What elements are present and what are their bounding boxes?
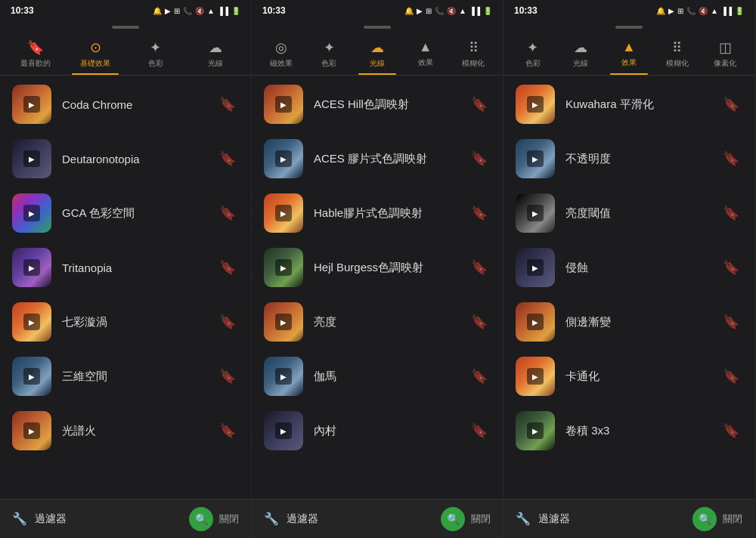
list-item[interactable]: ▶光譜火🔖 (0, 404, 251, 458)
close-button[interactable]: 關閉 (471, 512, 491, 526)
bookmark-icon[interactable]: 🔖 (468, 202, 491, 224)
play-button[interactable]: ▶ (275, 150, 292, 167)
thumbnail-image: ▶ (516, 411, 555, 450)
tab-blur[interactable]: ⠿模糊化 (450, 35, 497, 75)
play-button[interactable]: ▶ (275, 422, 292, 439)
bookmark-icon[interactable]: 🔖 (468, 311, 491, 333)
play-button[interactable]: ▶ (527, 314, 544, 330)
tab-light[interactable]: ☁光線 (354, 35, 401, 75)
list-item[interactable]: ▶卷積 3x3🔖 (503, 404, 754, 458)
tab-icon-color: ✦ (527, 39, 538, 56)
list-item[interactable]: ▶ACES 膠片式色調映射🔖 (252, 131, 503, 186)
tab-light[interactable]: ☁光線 (187, 35, 246, 75)
bookmark-icon[interactable]: 🔖 (468, 256, 491, 279)
list-item[interactable]: ▶內村🔖 (252, 404, 503, 458)
play-button[interactable]: ▶ (275, 314, 292, 330)
play-button[interactable]: ▶ (275, 259, 292, 276)
tab-label-basic: 基礎效果 (80, 58, 110, 69)
bookmark-icon[interactable]: 🔖 (216, 147, 239, 170)
bookmark-icon[interactable]: 🔖 (468, 93, 491, 116)
search-button[interactable]: 🔍 (189, 507, 213, 531)
list-item[interactable]: ▶Coda Chrome🔖 (0, 77, 251, 131)
play-button[interactable]: ▶ (527, 368, 544, 385)
tab-color[interactable]: ✦色彩 (126, 35, 185, 75)
bookmark-icon[interactable]: 🔖 (468, 419, 491, 442)
list-item[interactable]: ▶侵蝕🔖 (503, 240, 754, 295)
bookmark-icon[interactable]: 🔖 (216, 256, 239, 279)
play-button[interactable]: ▶ (527, 96, 544, 113)
battery-icon: 🔋 (483, 7, 492, 15)
bookmark-icon[interactable]: 🔖 (216, 93, 239, 116)
drag-handle (364, 26, 391, 29)
tab-icon-favorites: 🔖 (27, 39, 44, 56)
list-item[interactable]: ▶ACES Hill色調映射🔖 (252, 77, 503, 131)
bookmark-icon[interactable]: 🔖 (720, 365, 742, 388)
play-button[interactable]: ▶ (275, 205, 292, 221)
list-item[interactable]: ▶伽馬🔖 (252, 349, 503, 404)
list-item[interactable]: ▶不透明度🔖 (503, 131, 754, 186)
search-button[interactable]: 🔍 (441, 507, 465, 531)
bookmark-icon[interactable]: 🔖 (468, 147, 491, 170)
play-button[interactable]: ▶ (275, 368, 292, 385)
list-item[interactable]: ▶亮度閾值🔖 (503, 186, 754, 240)
play-button[interactable]: ▶ (23, 314, 40, 330)
tab-label-blur: 模糊化 (666, 58, 689, 69)
list-item[interactable]: ▶Kuwahara 平滑化🔖 (503, 77, 754, 131)
bookmark-icon[interactable]: 🔖 (468, 365, 491, 388)
close-button[interactable]: 關閉 (723, 512, 742, 526)
bookmark-icon[interactable]: 🔖 (720, 256, 742, 279)
tab-color[interactable]: ✦色彩 (510, 35, 556, 75)
tab-label-light: 光線 (208, 58, 223, 69)
play-button[interactable]: ▶ (23, 259, 40, 276)
wifi-icon: ▲ (207, 7, 215, 15)
list-item[interactable]: ▶Deutaronotopia🔖 (0, 131, 251, 186)
play-button[interactable]: ▶ (23, 205, 40, 221)
bookmark-icon[interactable]: 🔖 (720, 311, 742, 333)
play-button[interactable]: ▶ (527, 205, 544, 221)
tab-pixel[interactable]: ◫像素化 (702, 35, 748, 75)
list-item[interactable]: ▶Tritanopia🔖 (0, 240, 251, 295)
bookmark-icon[interactable]: 🔖 (720, 419, 742, 442)
play-button[interactable]: ▶ (23, 96, 40, 113)
tab-light[interactable]: ☁光線 (558, 35, 605, 75)
bookmark-icon[interactable]: 🔖 (720, 147, 742, 170)
list-item[interactable]: ▶側邊漸變🔖 (503, 295, 754, 349)
tab-effect[interactable]: ▲效果 (402, 35, 449, 75)
list-item[interactable]: ▶亮度🔖 (252, 295, 503, 349)
list-item[interactable]: ▶Hable膠片式色調映射🔖 (252, 186, 503, 240)
bookmark-icon[interactable]: 🔖 (720, 202, 742, 224)
play-button[interactable]: ▶ (527, 259, 544, 276)
bookmark-icon[interactable]: 🔖 (216, 419, 239, 442)
bookmark-icon[interactable]: 🔖 (216, 311, 239, 333)
filter-button[interactable]: 過濾器 (538, 512, 570, 526)
tab-color[interactable]: ✦色彩 (306, 35, 353, 75)
status-icons: 🔔 ▶ ⊞ 📞 🔇 ▲ ▐▐ 🔋 (656, 7, 744, 15)
bookmark-icon[interactable]: 🔖 (216, 202, 239, 224)
play-button[interactable]: ▶ (527, 422, 544, 439)
play-button[interactable]: ▶ (23, 368, 40, 385)
list-item[interactable]: ▶Hejl Burgess色調映射🔖 (252, 240, 503, 295)
search-button[interactable]: 🔍 (692, 507, 717, 531)
tab-magnetic[interactable]: ◎磁效果 (258, 35, 305, 75)
filter-button[interactable]: 過濾器 (287, 512, 318, 526)
tab-effect[interactable]: ▲效果 (606, 35, 652, 75)
tab-bar: ✦色彩☁光線▲效果⠿模糊化◫像素化 (503, 32, 754, 75)
play-button[interactable]: ▶ (23, 150, 40, 167)
play-button[interactable]: ▶ (23, 422, 40, 439)
play-button[interactable]: ▶ (275, 96, 292, 113)
tab-favorites[interactable]: 🔖最喜歡的 (6, 35, 65, 75)
tab-icon-light: ☁ (209, 39, 222, 56)
filter-button[interactable]: 過濾器 (35, 512, 67, 526)
tab-bar: ◎磁效果✦色彩☁光線▲效果⠿模糊化 (252, 32, 503, 75)
tab-label-effect: 效果 (418, 57, 433, 68)
list-item[interactable]: ▶三維空間🔖 (0, 349, 251, 404)
play-button[interactable]: ▶ (527, 150, 544, 167)
bookmark-icon[interactable]: 🔖 (720, 93, 742, 116)
list-item[interactable]: ▶GCA 色彩空間🔖 (0, 186, 251, 240)
close-button[interactable]: 關閉 (219, 512, 239, 526)
list-item[interactable]: ▶卡通化🔖 (503, 349, 754, 404)
tab-blur[interactable]: ⠿模糊化 (654, 35, 701, 75)
tab-basic[interactable]: ⊙基礎效果 (67, 35, 125, 75)
bookmark-icon[interactable]: 🔖 (216, 365, 239, 388)
list-item[interactable]: ▶七彩漩渦🔖 (0, 295, 251, 349)
